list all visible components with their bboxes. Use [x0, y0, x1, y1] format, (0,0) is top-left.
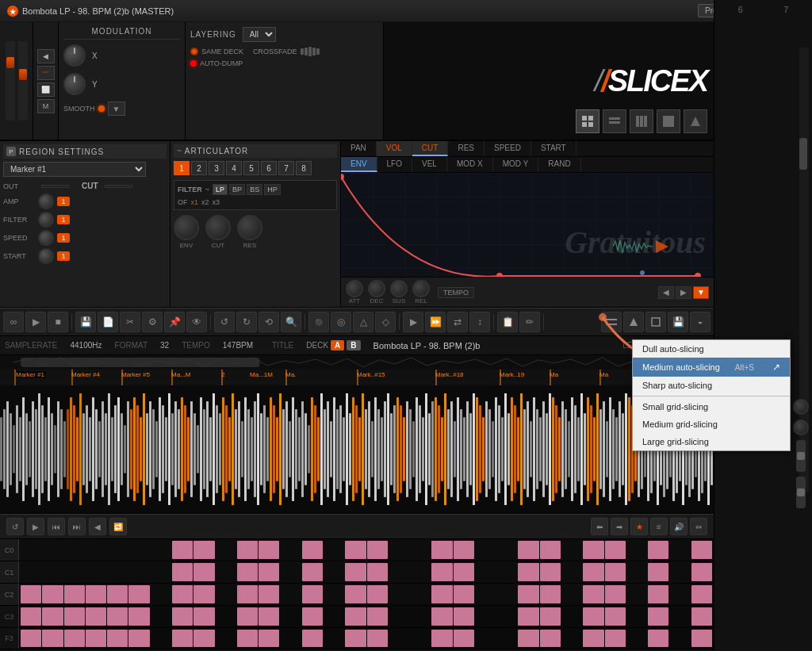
piano-note[interactable]	[302, 607, 323, 626]
piano-note[interactable]	[454, 607, 474, 626]
deck-a-btn[interactable]: A	[331, 340, 344, 350]
piano-note[interactable]	[64, 630, 85, 647]
transport-r2[interactable]: ➡	[611, 518, 628, 535]
piano-note[interactable]	[193, 563, 214, 581]
redo-btn[interactable]: ↻	[236, 312, 257, 332]
piano-note[interactable]	[496, 607, 517, 626]
modulation-x-knob[interactable]	[63, 44, 86, 67]
piano-note[interactable]	[410, 607, 431, 626]
piano-note[interactable]	[128, 563, 149, 581]
transport-r4[interactable]: ≡	[650, 518, 668, 535]
piano-note[interactable]	[367, 607, 388, 626]
transport-r5[interactable]: 🔊	[670, 518, 688, 535]
piano-note[interactable]	[561, 541, 582, 559]
filter-x3-btn[interactable]: x3	[213, 198, 220, 206]
piano-note[interactable]	[86, 563, 106, 581]
piano-note[interactable]	[626, 563, 647, 581]
piano-note[interactable]	[172, 541, 193, 559]
filter-hp-btn[interactable]: HP	[264, 184, 281, 195]
piano-note[interactable]	[648, 607, 668, 626]
cut-knob[interactable]	[205, 215, 231, 240]
piano-note[interactable]	[475, 630, 496, 647]
piano-note[interactable]	[669, 630, 690, 647]
tab-vol[interactable]: VOL	[377, 141, 412, 156]
piano-note[interactable]	[431, 563, 452, 581]
out-value[interactable]	[41, 185, 69, 188]
piano-note[interactable]	[237, 563, 258, 581]
piano-note[interactable]	[42, 541, 63, 559]
piano-note[interactable]	[561, 563, 582, 581]
piano-note[interactable]	[389, 630, 409, 647]
stop-btn[interactable]: ■	[48, 312, 68, 332]
piano-note[interactable]	[237, 585, 258, 603]
piano-note[interactable]	[172, 630, 193, 647]
piano-note[interactable]	[193, 541, 214, 559]
piano-note[interactable]	[86, 541, 106, 559]
piano-note[interactable]	[302, 630, 323, 647]
tab-env[interactable]: ENV	[341, 157, 377, 172]
piano-note[interactable]	[389, 585, 409, 603]
piano-note[interactable]	[172, 607, 193, 626]
piano-note[interactable]	[259, 563, 279, 581]
piano-note[interactable]	[454, 630, 474, 647]
menu-large-grid[interactable]: Large grid-slicing	[633, 433, 790, 450]
mini-stop-btn[interactable]: ⬜	[37, 82, 55, 97]
piano-note[interactable]	[496, 563, 517, 581]
piano-note[interactable]	[64, 607, 85, 626]
filter-x1-btn[interactable]: x1	[191, 198, 199, 206]
piano-note[interactable]	[128, 607, 149, 626]
transport-play-btn[interactable]: ▶	[27, 518, 44, 535]
shuffle-btn[interactable]: ⇄	[447, 312, 468, 332]
rotate-btn[interactable]: ⟲	[259, 312, 279, 332]
view-btn[interactable]: 👁	[186, 312, 207, 332]
piano-note[interactable]	[669, 585, 690, 603]
piano-note[interactable]	[259, 607, 279, 626]
piano-note[interactable]	[626, 630, 647, 647]
piano-note[interactable]	[626, 585, 647, 603]
edit-btn[interactable]: ✏	[519, 312, 540, 332]
save-btn[interactable]: 💾	[75, 312, 96, 332]
transport-r3[interactable]: ★	[630, 518, 648, 535]
piano-note[interactable]	[540, 563, 561, 581]
tab-vel[interactable]: VEL	[412, 157, 447, 172]
piano-note[interactable]	[583, 563, 603, 581]
piano-note[interactable]	[583, 607, 603, 626]
piano-note[interactable]	[345, 563, 366, 581]
piano-note[interactable]	[367, 630, 388, 647]
piano-note[interactable]	[345, 630, 366, 647]
piano-note[interactable]	[216, 630, 236, 647]
cut-btn[interactable]: ✂	[120, 312, 140, 332]
speed-knob[interactable]	[38, 230, 54, 246]
piano-note[interactable]	[324, 630, 344, 647]
piano-note[interactable]	[454, 585, 474, 603]
piano-note[interactable]	[669, 541, 690, 559]
piano-note[interactable]	[107, 585, 128, 603]
smooth-dropdown-btn[interactable]: ▼	[108, 101, 125, 116]
piano-note[interactable]	[280, 563, 301, 581]
modulation-y-knob[interactable]	[63, 73, 86, 95]
piano-note[interactable]	[237, 630, 258, 647]
slice-export-btn[interactable]	[690, 312, 710, 332]
piano-note[interactable]	[237, 607, 258, 626]
env-nav-right[interactable]: ▶	[676, 286, 691, 299]
transport-loop-btn[interactable]: ↺	[6, 518, 24, 535]
piano-note[interactable]	[42, 630, 63, 647]
tab-cut[interactable]: CUT	[412, 141, 449, 156]
diamond-btn[interactable]: ◇	[375, 312, 396, 332]
filter-bp-btn[interactable]: BP	[229, 184, 245, 195]
start-knob[interactable]	[38, 248, 54, 264]
mini-prev-btn[interactable]: ◀	[37, 49, 55, 63]
piano-note[interactable]	[216, 563, 236, 581]
artic-num-3[interactable]: 3	[209, 161, 224, 175]
notes-c2[interactable]	[19, 584, 714, 605]
piano-note[interactable]	[389, 607, 409, 626]
dec-knob[interactable]	[368, 280, 385, 297]
circle-btn[interactable]: ◎	[331, 312, 351, 332]
menu-sharp-auto-slicing[interactable]: Sharp auto-slicing	[633, 377, 790, 394]
piano-note[interactable]	[583, 630, 603, 647]
piano-note[interactable]	[389, 563, 409, 581]
piano-note[interactable]	[21, 585, 41, 603]
right-fader[interactable]	[796, 440, 806, 472]
grid-btn-2[interactable]	[603, 109, 626, 133]
menu-medium-auto-slicing[interactable]: Medium auto-slicing Alt+S ↗	[633, 358, 790, 377]
